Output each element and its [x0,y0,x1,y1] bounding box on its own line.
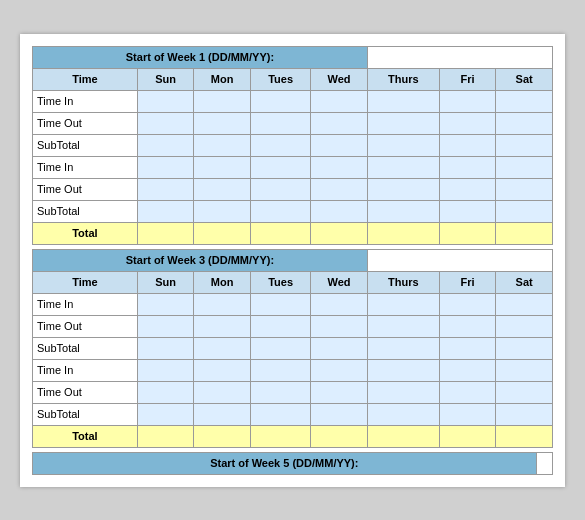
col-time: Time [33,271,138,293]
col-sun: Sun [137,68,194,90]
col-fri: Fri [439,271,496,293]
total-row: Total [33,222,553,244]
col-wed: Wed [311,271,368,293]
table-row: SubTotal [33,200,553,222]
table-row: Time Out [33,381,553,403]
week5-header: Start of Week 5 (DD/MM/YY): [33,452,537,474]
col-time: Time [33,68,138,90]
week1-table: Start of Week 1 (DD/MM/YY): Time Sun Mon… [32,46,553,245]
col-fri: Fri [439,68,496,90]
col-thurs: Thurs [367,68,439,90]
col-tues: Tues [250,68,310,90]
week3-table: Start of Week 3 (DD/MM/YY): Time Sun Mon… [32,249,553,448]
table-row: Time Out [33,178,553,200]
col-sat: Sat [496,68,553,90]
col-mon: Mon [194,68,251,90]
col-sat: Sat [496,271,553,293]
table-row: Time Out [33,315,553,337]
week1-header: Start of Week 1 (DD/MM/YY): [33,46,368,68]
col-wed: Wed [311,68,368,90]
col-sun: Sun [137,271,194,293]
table-row: Time Out [33,112,553,134]
week3-header: Start of Week 3 (DD/MM/YY): [33,249,368,271]
table-row: Time In [33,90,553,112]
total-row: Total [33,425,553,447]
table-row: SubTotal [33,337,553,359]
timesheet-page: Start of Week 1 (DD/MM/YY): Time Sun Mon… [20,34,565,487]
week5-table: Start of Week 5 (DD/MM/YY): [32,452,553,475]
table-row: Time In [33,156,553,178]
table-row: Time In [33,293,553,315]
col-mon: Mon [194,271,251,293]
col-thurs: Thurs [367,271,439,293]
table-row: Time In [33,359,553,381]
table-row: SubTotal [33,403,553,425]
col-tues: Tues [250,271,310,293]
table-row: SubTotal [33,134,553,156]
